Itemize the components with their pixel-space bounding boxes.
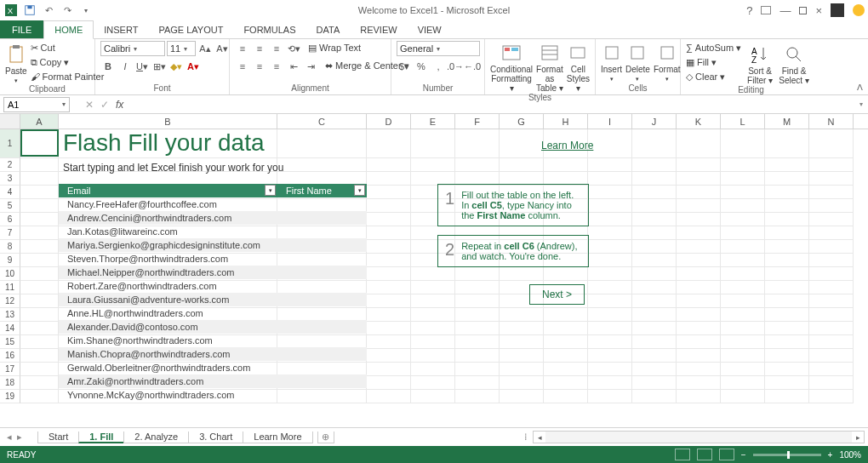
- shrink-font-icon[interactable]: A▾: [214, 41, 230, 56]
- row-header[interactable]: 9: [0, 254, 20, 267]
- cell[interactable]: [455, 363, 500, 376]
- find-select-button[interactable]: Find &Select ▾: [779, 41, 809, 85]
- row-header[interactable]: 13: [0, 308, 20, 322]
- cell[interactable]: [367, 186, 411, 199]
- view-page-break-icon[interactable]: [719, 449, 734, 460]
- cell[interactable]: [721, 213, 765, 226]
- cell[interactable]: [411, 349, 455, 363]
- cell[interactable]: [677, 349, 721, 363]
- column-header[interactable]: C: [277, 114, 367, 129]
- cell[interactable]: [588, 213, 632, 226]
- cell[interactable]: [544, 322, 588, 335]
- cell[interactable]: [411, 390, 455, 403]
- zoom-slider[interactable]: [753, 454, 821, 456]
- cell[interactable]: [632, 363, 677, 376]
- cell[interactable]: [765, 172, 809, 186]
- ribbon-options-icon[interactable]: [761, 6, 771, 14]
- format-as-table-button[interactable]: Format asTable ▾: [536, 39, 563, 93]
- indent-dec-icon[interactable]: ⇤: [286, 59, 301, 74]
- row-header[interactable]: 3: [0, 172, 20, 186]
- cell[interactable]: [500, 363, 544, 376]
- minimize-icon[interactable]: —: [779, 4, 791, 17]
- cell[interactable]: [809, 186, 854, 199]
- tab-page-layout[interactable]: PAGE LAYOUT: [148, 20, 233, 38]
- cell[interactable]: [809, 390, 854, 403]
- cell[interactable]: [721, 322, 765, 335]
- cell[interactable]: [765, 376, 809, 390]
- table-cell-email[interactable]: Mariya.Sergienko@graphicdesigninstitute.…: [59, 238, 277, 252]
- cell[interactable]: [765, 158, 809, 172]
- sheet-tab[interactable]: 2. Analyze: [123, 432, 189, 443]
- tab-review[interactable]: REVIEW: [350, 20, 407, 38]
- cell[interactable]: [632, 376, 677, 390]
- sheet-tab[interactable]: Start: [37, 432, 79, 443]
- number-format-combo[interactable]: General▾: [397, 41, 480, 56]
- row-header[interactable]: 1: [0, 129, 20, 158]
- cell[interactable]: [677, 390, 721, 403]
- cell[interactable]: [721, 363, 765, 376]
- cell[interactable]: [765, 349, 809, 363]
- enter-formula-icon[interactable]: ✓: [100, 99, 109, 111]
- table-cell-email[interactable]: Michael.Neipper@northwindtraders.com: [59, 266, 277, 279]
- align-middle-icon[interactable]: ≡: [252, 41, 267, 56]
- table-cell-email[interactable]: Alexander.David@contoso.com: [59, 320, 277, 334]
- cell[interactable]: [20, 308, 59, 322]
- cell[interactable]: [588, 254, 632, 267]
- font-name-combo[interactable]: Calibri▾: [100, 41, 165, 56]
- table-cell-email[interactable]: Kim.Shane@northwindtraders.com: [59, 334, 277, 347]
- cell[interactable]: [588, 281, 632, 294]
- expand-formula-bar-icon[interactable]: ▾: [859, 100, 863, 108]
- font-color-icon[interactable]: A▾: [186, 59, 201, 74]
- cell[interactable]: [367, 240, 411, 254]
- maximize-icon[interactable]: [799, 7, 807, 14]
- cell[interactable]: [765, 390, 809, 403]
- cell[interactable]: [721, 335, 765, 349]
- column-header[interactable]: B: [59, 114, 277, 129]
- cell[interactable]: [20, 240, 59, 254]
- zoom-level[interactable]: 100%: [839, 450, 861, 460]
- cell[interactable]: [765, 213, 809, 226]
- cell[interactable]: [20, 335, 59, 349]
- cell[interactable]: [544, 267, 588, 281]
- cell[interactable]: [20, 349, 59, 363]
- cell[interactable]: [632, 172, 677, 186]
- cell[interactable]: [677, 363, 721, 376]
- cell[interactable]: [809, 240, 854, 254]
- row-header[interactable]: 8: [0, 240, 20, 254]
- italic-icon[interactable]: I: [117, 59, 133, 74]
- cell[interactable]: [588, 186, 632, 199]
- cell[interactable]: [20, 267, 59, 281]
- cell[interactable]: [677, 172, 721, 186]
- cell[interactable]: [500, 322, 544, 335]
- cell[interactable]: [632, 129, 677, 158]
- cancel-formula-icon[interactable]: ✕: [85, 99, 94, 111]
- cell[interactable]: [455, 129, 500, 158]
- cell[interactable]: [677, 213, 721, 226]
- table-cell-firstname[interactable]: [277, 347, 367, 361]
- cell[interactable]: [677, 281, 721, 294]
- cell-styles-button[interactable]: CellStyles ▾: [567, 39, 590, 93]
- cell[interactable]: [544, 158, 588, 172]
- cell[interactable]: [20, 226, 59, 240]
- cell[interactable]: [809, 172, 854, 186]
- cell[interactable]: [588, 267, 632, 281]
- cell[interactable]: [677, 240, 721, 254]
- cell[interactable]: [455, 376, 500, 390]
- cell[interactable]: [411, 294, 455, 308]
- column-header[interactable]: F: [455, 114, 500, 129]
- table-cell-firstname[interactable]: [277, 266, 367, 279]
- cell[interactable]: [809, 158, 854, 172]
- table-cell-email[interactable]: Robert.Zare@northwindtraders.com: [59, 279, 277, 293]
- orientation-icon[interactable]: ⟲▾: [286, 41, 301, 56]
- table-cell-firstname[interactable]: [277, 197, 367, 211]
- insert-cells-button[interactable]: Insert▾: [601, 39, 622, 83]
- cell[interactable]: [544, 308, 588, 322]
- cell[interactable]: [544, 390, 588, 403]
- cell[interactable]: [500, 335, 544, 349]
- undo-icon[interactable]: ↶: [41, 3, 56, 18]
- conditional-formatting-button[interactable]: ConditionalFormatting ▾: [490, 39, 533, 93]
- cell[interactable]: [588, 129, 632, 158]
- cell[interactable]: [20, 390, 59, 403]
- row-header[interactable]: 11: [0, 281, 20, 294]
- cell[interactable]: [721, 281, 765, 294]
